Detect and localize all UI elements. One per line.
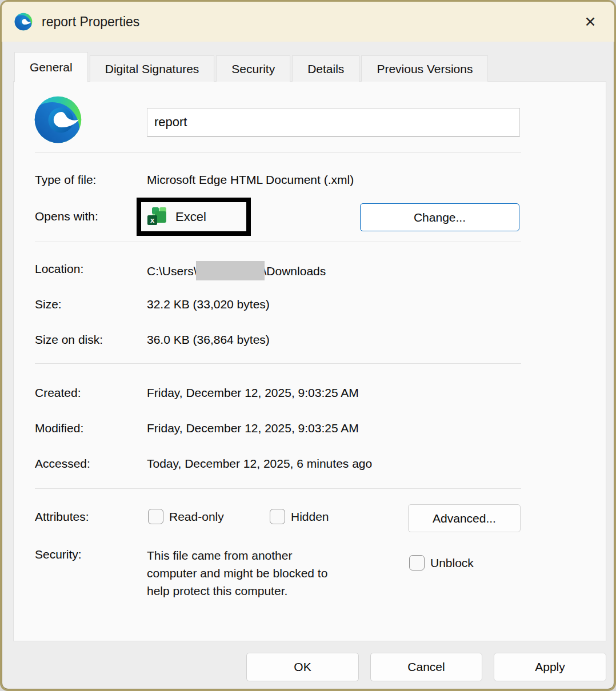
unblock-checkbox[interactable] — [409, 555, 425, 571]
tab-security[interactable]: Security — [216, 55, 290, 82]
separator — [35, 152, 521, 153]
tab-general[interactable]: General — [14, 52, 88, 82]
advanced-button[interactable]: Advanced... — [408, 504, 521, 532]
size-label: Size: — [35, 298, 62, 311]
modified-value: Friday, December 12, 2025, 9:03:25 AM — [147, 421, 359, 435]
close-icon: ✕ — [585, 14, 597, 30]
unblock-label: Unblock — [430, 556, 474, 570]
separator — [35, 488, 521, 489]
ok-button[interactable]: OK — [246, 653, 359, 681]
security-label: Security: — [35, 548, 82, 561]
change-button[interactable]: Change... — [360, 203, 519, 231]
hidden-checkbox[interactable] — [270, 509, 285, 524]
location-suffix: \Downloads — [263, 264, 326, 278]
opens-with-label: Opens with: — [35, 210, 98, 223]
opens-with-highlight-box — [137, 198, 251, 236]
location-prefix: C:\Users\ — [147, 264, 197, 278]
file-edge-icon — [34, 95, 82, 144]
security-description-line: This file came from another — [147, 547, 327, 564]
separator — [35, 363, 521, 364]
accessed-value: Today, December 12, 2025, 6 minutes ago — [147, 457, 372, 471]
tab-previous-versions[interactable]: Previous Versions — [361, 55, 488, 82]
hidden-label: Hidden — [291, 510, 329, 524]
location-value: C:\Users\\Downloads — [147, 262, 326, 282]
window-title: report Properties — [42, 14, 139, 30]
attributes-label: Attributes: — [35, 510, 89, 524]
location-label: Location: — [35, 262, 83, 276]
modified-label: Modified: — [35, 421, 83, 435]
apply-button[interactable]: Apply — [494, 653, 606, 681]
created-label: Created: — [35, 386, 81, 400]
tab-details[interactable]: Details — [292, 55, 359, 82]
type-of-file-value: Microsoft Edge HTML Document (.xml) — [147, 173, 354, 187]
window-titlebar: report Properties ✕ — [2, 2, 614, 42]
type-of-file-label: Type of file: — [35, 173, 96, 187]
tab-bar: General Digital Signatures Security Deta… — [14, 52, 488, 82]
separator — [35, 242, 521, 242]
redacted-username — [196, 261, 265, 280]
tab-digital-signatures[interactable]: Digital Signatures — [90, 55, 215, 82]
security-description-line: help protect this computer. — [147, 582, 327, 600]
security-description-line: computer and might be blocked to — [147, 564, 327, 582]
close-button[interactable]: ✕ — [578, 10, 603, 34]
edge-logo-icon — [14, 13, 33, 31]
filename-input[interactable] — [147, 108, 520, 136]
size-on-disk-value: 36.0 KB (36,864 bytes) — [147, 333, 270, 347]
size-on-disk-label: Size on disk: — [35, 333, 103, 347]
created-value: Friday, December 12, 2025, 9:03:25 AM — [147, 386, 359, 400]
general-tab-panel: Type of file: Microsoft Edge HTML Docume… — [13, 81, 606, 641]
accessed-label: Accessed: — [35, 457, 90, 471]
cancel-button[interactable]: Cancel — [370, 653, 482, 681]
readonly-label: Read-only — [169, 510, 224, 524]
security-description: This file came from another computer and… — [147, 547, 327, 600]
size-value: 32.2 KB (33,020 bytes) — [147, 298, 270, 311]
readonly-checkbox[interactable] — [148, 509, 163, 524]
properties-dialog: report Properties ✕ General Digital Sign… — [0, 0, 616, 691]
